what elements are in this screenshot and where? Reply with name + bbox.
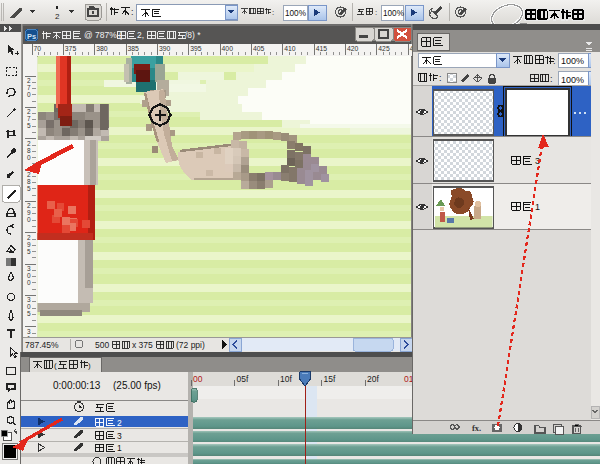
svg-text:5: 5 <box>27 122 31 129</box>
svg-text:2,: 2, <box>137 30 144 40</box>
svg-text:2: 2 <box>27 202 31 209</box>
svg-text::: : <box>550 74 553 84</box>
svg-text:410: 410 <box>284 45 296 52</box>
svg-text:415: 415 <box>316 45 328 52</box>
svg-text:1: 1 <box>535 202 540 212</box>
svg-text:(25.00 fps): (25.00 fps) <box>113 380 161 391</box>
svg-text:9: 9 <box>27 241 31 248</box>
svg-text:2: 2 <box>27 140 31 147</box>
svg-text:15f: 15f <box>324 374 336 384</box>
svg-text:2: 2 <box>27 108 31 115</box>
svg-text:0: 0 <box>27 216 31 223</box>
svg-text:100%: 100% <box>561 56 584 66</box>
svg-text:3: 3 <box>27 265 31 272</box>
svg-text:390: 390 <box>159 45 171 52</box>
svg-text:375: 375 <box>65 45 77 52</box>
svg-text:3: 3 <box>117 431 122 441</box>
svg-text:2: 2 <box>27 171 31 178</box>
svg-text:9: 9 <box>27 209 31 216</box>
svg-text:10f: 10f <box>280 374 292 384</box>
svg-text:(72 ppi): (72 ppi) <box>176 340 205 350</box>
svg-text:405: 405 <box>253 45 265 52</box>
svg-text:00: 00 <box>193 374 203 384</box>
svg-text:): ) <box>88 361 91 370</box>
svg-text:500: 500 <box>95 340 109 350</box>
svg-text:100%: 100% <box>383 9 404 18</box>
svg-text:787.45%: 787.45% <box>25 340 59 350</box>
svg-text:380: 380 <box>96 45 108 52</box>
svg-text:100%: 100% <box>561 75 584 85</box>
svg-text::: : <box>553 56 556 66</box>
svg-text:420: 420 <box>347 45 359 52</box>
svg-text:0: 0 <box>27 279 31 286</box>
svg-text:5: 5 <box>27 248 31 255</box>
svg-text:2: 2 <box>27 234 31 241</box>
svg-text:8: 8 <box>27 147 31 154</box>
svg-text:70: 70 <box>34 45 42 52</box>
svg-text:Ps: Ps <box>27 32 36 41</box>
svg-text:2: 2 <box>117 418 122 428</box>
svg-text:(: ( <box>54 361 57 370</box>
svg-text::: : <box>272 8 274 17</box>
svg-text:20f: 20f <box>367 374 379 384</box>
svg-text:2: 2 <box>55 12 60 21</box>
svg-text:5: 5 <box>27 310 31 317</box>
svg-text:@ 787% (: @ 787% ( <box>84 30 122 40</box>
svg-text:0: 0 <box>27 303 31 310</box>
svg-text:0: 0 <box>27 272 31 279</box>
svg-text:7: 7 <box>27 84 31 91</box>
svg-text:100%: 100% <box>285 9 306 18</box>
svg-text:395: 395 <box>190 45 202 52</box>
svg-text:400: 400 <box>222 45 234 52</box>
svg-text:0: 0 <box>27 154 31 161</box>
svg-text:0:00:00:13: 0:00:00:13 <box>53 380 101 391</box>
svg-text:2: 2 <box>27 77 31 84</box>
svg-text::: : <box>131 7 134 17</box>
svg-text:/8) *: /8) * <box>185 30 201 40</box>
svg-text:x 375: x 375 <box>132 340 153 350</box>
svg-text:0: 0 <box>27 91 31 98</box>
svg-text:425: 425 <box>378 45 390 52</box>
svg-text:1: 1 <box>117 443 122 453</box>
svg-text:7: 7 <box>27 115 31 122</box>
svg-text:8: 8 <box>27 178 31 185</box>
svg-text:3: 3 <box>27 328 31 335</box>
svg-text:3: 3 <box>27 296 31 303</box>
svg-text:5: 5 <box>27 185 31 192</box>
svg-text:385: 385 <box>128 45 140 52</box>
svg-text:fx.: fx. <box>472 423 481 433</box>
svg-text:05f: 05f <box>237 374 249 384</box>
svg-text::: : <box>375 8 377 17</box>
svg-text::: : <box>439 73 442 83</box>
